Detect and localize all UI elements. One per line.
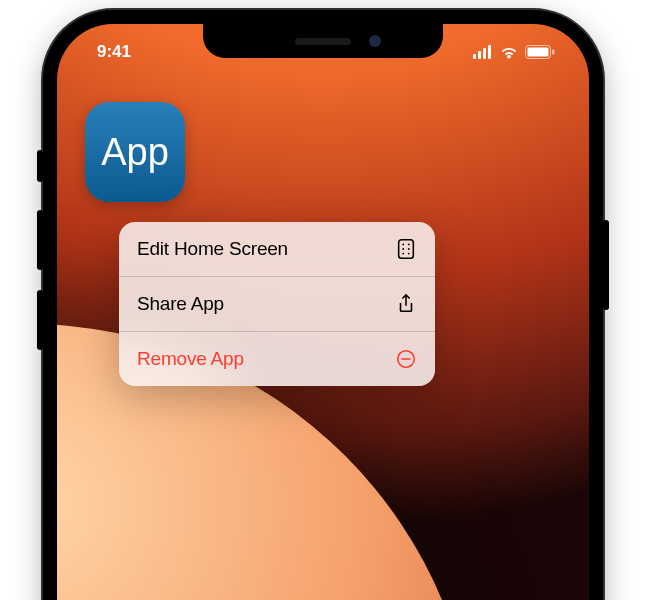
volume-down-button: [37, 290, 43, 350]
front-camera: [369, 35, 381, 47]
svg-point-10: [402, 248, 404, 250]
menu-item-label: Share App: [137, 293, 224, 315]
menu-item-share-app[interactable]: Share App: [119, 276, 435, 331]
status-time: 9:41: [85, 42, 131, 62]
app-icon[interactable]: App: [85, 102, 185, 202]
notch: [203, 24, 443, 58]
svg-rect-5: [528, 48, 549, 57]
side-button: [603, 220, 609, 310]
menu-item-label: Edit Home Screen: [137, 238, 288, 260]
speaker-grille: [295, 38, 351, 45]
menu-item-remove-app[interactable]: Remove App: [119, 331, 435, 386]
app-icon-label: App: [101, 131, 169, 174]
svg-rect-7: [399, 240, 414, 258]
share-icon: [395, 293, 417, 315]
remove-icon: [395, 348, 417, 370]
svg-point-8: [402, 244, 404, 246]
svg-point-11: [408, 248, 410, 250]
apps-icon: [395, 238, 417, 260]
svg-point-12: [402, 253, 404, 255]
svg-rect-3: [488, 45, 491, 59]
menu-item-label: Remove App: [137, 348, 244, 370]
svg-rect-2: [483, 48, 486, 59]
svg-rect-0: [473, 54, 476, 59]
phone-frame: 9:41 App: [43, 10, 603, 600]
svg-point-13: [408, 253, 410, 255]
wifi-icon: [499, 45, 519, 59]
context-menu: Edit Home Screen Share App: [119, 222, 435, 386]
phone-screen: 9:41 App: [57, 24, 589, 600]
status-indicators: [473, 45, 561, 59]
battery-icon: [525, 45, 555, 59]
cellular-icon: [473, 45, 493, 59]
svg-rect-1: [478, 51, 481, 59]
menu-item-edit-home-screen[interactable]: Edit Home Screen: [119, 222, 435, 276]
svg-rect-6: [552, 50, 555, 55]
svg-point-9: [408, 244, 410, 246]
ringer-switch: [37, 150, 43, 182]
volume-up-button: [37, 210, 43, 270]
